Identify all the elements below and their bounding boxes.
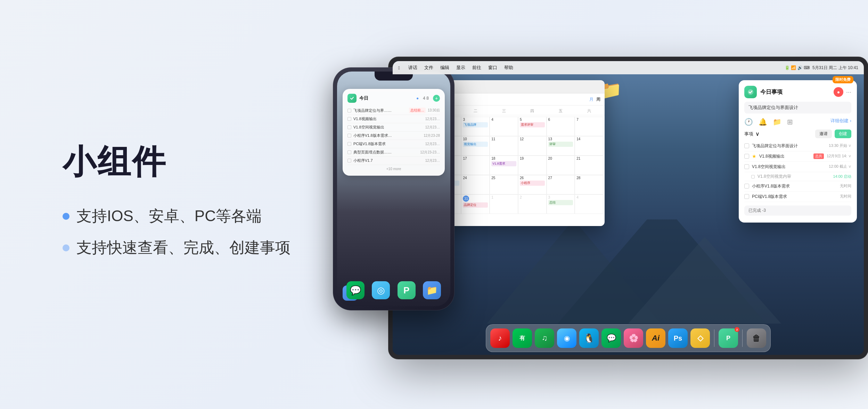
ios-more-label[interactable]: +10 more bbox=[347, 167, 440, 171]
menu-view[interactable]: 显示 bbox=[456, 65, 465, 71]
today-more-menu[interactable]: ··· bbox=[846, 89, 851, 96]
cal-cell[interactable]: 11 bbox=[490, 136, 518, 156]
dock-icon-qq[interactable]: 🐧 bbox=[579, 328, 599, 348]
dock-icon-wechat[interactable]: 💬 bbox=[601, 328, 621, 348]
cal-cell[interactable]: 24 bbox=[461, 175, 490, 194]
cal-view-month[interactable]: 月 bbox=[589, 97, 593, 102]
task-checkbox-3[interactable] bbox=[744, 164, 749, 169]
iphone-icon-feifei[interactable]: P bbox=[398, 281, 416, 299]
completed-label: 已完成 -3 bbox=[748, 208, 766, 213]
task-checkbox-4[interactable] bbox=[744, 184, 749, 189]
task-time-2: 12月9日 14: ∨ bbox=[827, 153, 851, 159]
invite-button[interactable]: 邀请 bbox=[815, 130, 832, 138]
dock-icon-ai[interactable]: Ai bbox=[646, 328, 665, 348]
cal-cell[interactable]: 17 bbox=[461, 156, 490, 175]
menu-edit[interactable]: 编辑 bbox=[440, 65, 449, 71]
cal-cell[interactable]: 14 bbox=[575, 136, 603, 156]
iphone-icon-safari[interactable]: ◎ bbox=[372, 281, 390, 299]
feature-text-1: 支持IOS、安卓、PC等各端 bbox=[76, 206, 262, 226]
completed-section[interactable]: 已完成 -3 bbox=[744, 206, 851, 216]
dock-icon-sketch[interactable]: ◇ bbox=[690, 328, 710, 348]
cal-view-week[interactable]: 周 bbox=[596, 97, 600, 102]
iphone-icon-files[interactable]: 📁 bbox=[423, 281, 441, 299]
ios-task-3: V1.8空间视觉输出 12月23… bbox=[347, 123, 440, 132]
iphone-body: 今日 ● 4 8 + 飞项品牌定 bbox=[333, 67, 455, 310]
cal-cell[interactable]: 21 bbox=[575, 156, 603, 175]
task-checkbox-2[interactable] bbox=[744, 154, 749, 159]
cal-cell[interactable]: 12 bbox=[518, 136, 547, 156]
sub-task-item: V1.8空间视觉内审 14:00 启动 bbox=[744, 172, 851, 181]
section-label-group: 事项 ∨ bbox=[744, 131, 760, 137]
cal-cell[interactable]: 31品牌定位 bbox=[461, 194, 490, 214]
task-name-1: 飞项品牌定位与界面设计 bbox=[752, 143, 826, 149]
dock-icon-feifei[interactable]: P 2 bbox=[719, 328, 738, 348]
iphone-icon-wechat[interactable]: 💬 bbox=[346, 281, 365, 299]
dock-icon-browser[interactable]: ◉ bbox=[557, 328, 576, 348]
cal-cell[interactable]: 26小程序 bbox=[518, 175, 547, 194]
iphone-files-icon: 📁 bbox=[426, 285, 437, 296]
cal-cell[interactable]: 3总结 bbox=[547, 194, 575, 214]
task-input-display[interactable]: 飞项品牌定位与界面设计 bbox=[744, 102, 851, 114]
task-checkbox-1[interactable] bbox=[744, 143, 749, 148]
ios-check-3[interactable] bbox=[347, 125, 351, 129]
cal-cell[interactable]: 2 bbox=[518, 194, 547, 214]
cal-cell[interactable]: 4 bbox=[490, 117, 518, 136]
sub-task-checkbox[interactable] bbox=[751, 175, 755, 178]
feature-list: 支持IOS、安卓、PC等各端 支持快速查看、完成、创建事项 bbox=[63, 206, 290, 258]
menubar-right: 🔋 📶 🔊 ⌨ 5月31日 周二 上午 10:41 bbox=[785, 65, 858, 71]
cal-cell[interactable]: 20 bbox=[547, 156, 575, 175]
dock-icon-gallery[interactable]: 🌸 bbox=[624, 328, 643, 348]
detail-create-btn[interactable]: 详细创建 › bbox=[830, 118, 851, 126]
menu-window[interactable]: 窗口 bbox=[488, 65, 497, 71]
dock-icon-music[interactable]: ♪ bbox=[490, 328, 510, 348]
sketch-icon: ◇ bbox=[697, 334, 703, 343]
cal-cell[interactable]: 18V1.8需求 bbox=[490, 156, 518, 175]
cal-cell[interactable]: 25 bbox=[490, 175, 518, 194]
cal-cell[interactable]: 27 bbox=[547, 175, 575, 194]
task-checkbox-5[interactable] bbox=[744, 194, 749, 199]
grid-icon[interactable]: ⊞ bbox=[787, 118, 793, 126]
dock-icon-ps[interactable]: Ps bbox=[668, 328, 688, 348]
dock-icon-youdao[interactable]: 有 bbox=[513, 328, 532, 348]
ios-task-6: 典型页面埋点数据…… 12月23-23… bbox=[347, 148, 440, 157]
ios-check-6[interactable] bbox=[347, 150, 351, 154]
dock-icon-spotify[interactable]: ♫ bbox=[535, 328, 554, 348]
mac-menubar:  讲话 文件 编辑 显示 前往 窗口 帮助 🔋 📶 🔊 ⌨ bbox=[393, 61, 864, 74]
dock-icon-trash[interactable]: 🗑 bbox=[747, 328, 766, 348]
menu-go[interactable]: 前往 bbox=[472, 65, 481, 71]
cal-day-wed: 三 bbox=[490, 107, 518, 115]
cal-cell[interactable]: 4 bbox=[575, 194, 603, 214]
menubar-time: 5月31日 周二 上午 10:41 bbox=[812, 65, 858, 71]
bell-icon[interactable]: 🔔 bbox=[759, 118, 767, 126]
dock-separator-2 bbox=[742, 329, 743, 347]
task-item-5: PC端V1.8版本需求 无时间 bbox=[744, 192, 851, 202]
cal-cell[interactable]: 7 bbox=[575, 117, 603, 136]
cal-cell[interactable]: 19 bbox=[518, 156, 547, 175]
cal-cell[interactable]: 13评审 bbox=[547, 136, 575, 156]
menu-file[interactable]: 文件 bbox=[424, 65, 433, 71]
menu-help[interactable]: 帮助 bbox=[504, 65, 513, 71]
create-button[interactable]: 创建 bbox=[835, 130, 851, 138]
ios-check-2[interactable] bbox=[347, 117, 351, 121]
ios-check-7[interactable] bbox=[347, 159, 351, 162]
clock-icon[interactable]: 🕐 bbox=[744, 118, 753, 126]
task-time-5: 无时间 bbox=[840, 194, 851, 199]
menu-speech[interactable]: 讲话 bbox=[408, 65, 417, 71]
music-icon: ♪ bbox=[498, 334, 502, 343]
ios-date-2: 12月23… bbox=[425, 117, 440, 122]
trash-icon-symbol: 🗑 bbox=[752, 333, 761, 343]
cal-cell[interactable]: 5需求评审 bbox=[518, 117, 547, 136]
cal-cell[interactable]: 28 bbox=[575, 175, 603, 194]
ios-check-5[interactable] bbox=[347, 142, 351, 146]
ios-add-icon[interactable]: + bbox=[433, 95, 440, 102]
ios-check-4[interactable] bbox=[347, 134, 351, 137]
cal-cell[interactable]: 10视觉输出 bbox=[461, 136, 490, 156]
star-icon-2: ★ bbox=[752, 153, 756, 159]
cal-cell[interactable]: 6 bbox=[547, 117, 575, 136]
folder-icon-action[interactable]: 📁 bbox=[773, 118, 781, 126]
cal-cell[interactable]: 1 bbox=[490, 194, 518, 214]
ios-check-1[interactable] bbox=[347, 109, 351, 112]
feature-item-2: 支持快速查看、完成、创建事项 bbox=[63, 237, 290, 258]
cal-cell[interactable]: 3飞项品牌 bbox=[461, 117, 490, 136]
task-name-5: PC端V1.8版本需求 bbox=[752, 194, 837, 200]
